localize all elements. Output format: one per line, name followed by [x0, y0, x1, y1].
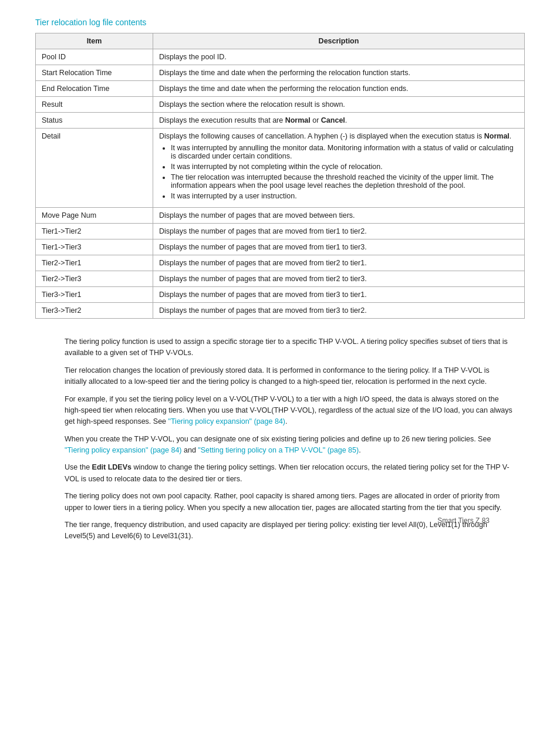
- table-cell-description: Displays the number of pages that are mo…: [153, 208, 525, 224]
- table-cell-item: Status: [36, 113, 153, 129]
- tiering-paragraph-p1: The tiering policy function is used to a…: [65, 336, 513, 359]
- table-cell-description: Displays the pool ID.: [153, 49, 525, 65]
- table-cell-item: Move Page Num: [36, 208, 153, 224]
- table-cell-description: Displays the number of pages that are mo…: [153, 303, 525, 319]
- table-cell-item: Tier1->Tier3: [36, 239, 153, 255]
- table-cell-description: Displays the number of pages that are mo…: [153, 271, 525, 287]
- tiering-paragraph-p3: For example, if you set the tiering poli…: [65, 394, 513, 428]
- table-cell-description: Displays the number of pages that are mo…: [153, 224, 525, 239]
- tiering-paragraph-p2: Tier relocation changes the location of …: [65, 365, 513, 388]
- table-cell-item: End Relocation Time: [36, 81, 153, 97]
- link-p4-1[interactable]: "Tiering policy expansion" (page 84): [65, 446, 182, 454]
- table-cell-description: Displays the section where the relocatio…: [153, 97, 525, 113]
- table-row: DetailDisplays the following causes of c…: [36, 129, 525, 208]
- table-row: Tier3->Tier1Displays the number of pages…: [36, 287, 525, 303]
- table-row: Start Relocation TimeDisplays the time a…: [36, 65, 525, 81]
- table-cell-description: Displays the following causes of cancell…: [153, 129, 525, 208]
- table-cell-description: Displays the number of pages that are mo…: [153, 255, 525, 271]
- table-cell-item: Start Relocation Time: [36, 65, 153, 81]
- table-row: Tier3->Tier2Displays the number of pages…: [36, 303, 525, 319]
- table-cell-item: Tier3->Tier1: [36, 287, 153, 303]
- relocation-log-table: Item Description Pool IDDisplays the poo…: [35, 33, 525, 319]
- table-cell-item: Tier2->Tier1: [36, 255, 153, 271]
- table-row: Pool IDDisplays the pool ID.: [36, 49, 525, 65]
- table-cell-item: Tier2->Tier3: [36, 271, 153, 287]
- link-p3[interactable]: "Tiering policy expansion" (page 84): [168, 417, 286, 426]
- table-cell-item: Detail: [36, 129, 153, 208]
- table-cell-item: Pool ID: [36, 49, 153, 65]
- section-title: Tier relocation log file contents: [35, 18, 525, 27]
- table-row: Tier2->Tier3Displays the number of pages…: [36, 271, 525, 287]
- tiering-paragraph-p6: The tiering policy does not own pool cap…: [65, 491, 513, 514]
- table-row: StatusDisplays the execution results tha…: [36, 113, 525, 129]
- link-p4-2[interactable]: "Setting tiering policy on a THP V-VOL" …: [198, 446, 359, 454]
- table-cell-item: Tier3->Tier2: [36, 303, 153, 319]
- col-header-description: Description: [153, 33, 525, 49]
- tiering-paragraph-p4: When you create the THP V-VOL, you can d…: [65, 434, 513, 457]
- table-row: Tier1->Tier2Displays the number of pages…: [36, 224, 525, 239]
- table-cell-item: Result: [36, 97, 153, 113]
- table-row: Tier1->Tier3Displays the number of pages…: [36, 239, 525, 255]
- table-row: ResultDisplays the section where the rel…: [36, 97, 525, 113]
- table-row: Move Page NumDisplays the number of page…: [36, 208, 525, 224]
- table-row: End Relocation TimeDisplays the time and…: [36, 81, 525, 97]
- table-row: Tier2->Tier1Displays the number of pages…: [36, 255, 525, 271]
- table-cell-item: Tier1->Tier2: [36, 224, 153, 239]
- table-cell-description: Displays the time and date when the perf…: [153, 65, 525, 81]
- page-footer: Smart Tiers Z 83: [437, 517, 490, 525]
- tiering-paragraph-p5: Use the Edit LDEVs window to change the …: [65, 462, 513, 485]
- col-header-item: Item: [36, 33, 153, 49]
- table-cell-description: Displays the number of pages that are mo…: [153, 239, 525, 255]
- table-cell-description: Displays the time and date when the perf…: [153, 81, 525, 97]
- table-cell-description: Displays the execution results that are …: [153, 113, 525, 129]
- table-cell-description: Displays the number of pages that are mo…: [153, 287, 525, 303]
